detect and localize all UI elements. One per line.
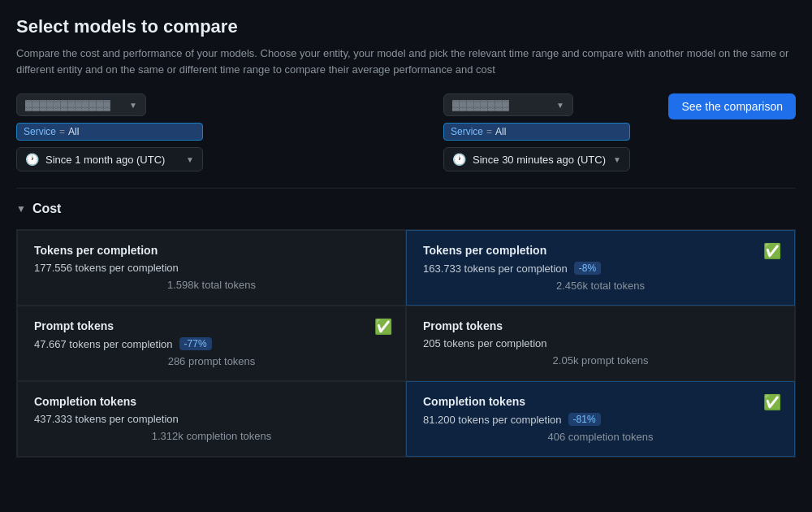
left-model-controls: ▓▓▓▓▓▓▓▓▓▓▓▓ ▼ Service = All 🕐 Since 1 m… [16,93,203,171]
left-model-dropdown-label: ▓▓▓▓▓▓▓▓▓▓▓▓ [25,99,110,111]
tokens-right-title: Tokens per completion [423,244,778,257]
section-divider [16,188,796,189]
prompt-left-primary: 47.667 tokens per completion -77% [34,337,389,350]
completion-right-checkmark-icon: ✅ [763,393,781,411]
cost-section-title: Cost [32,202,62,216]
completion-right-title: Completion tokens [423,395,778,408]
right-time-chevron-icon: ▼ [613,155,621,164]
completion-right-secondary: 406 completion tokens [423,431,778,443]
see-comparison-button[interactable]: See the comparison [668,93,796,119]
metrics-grid: Tokens per completion 177.556 tokens per… [16,229,796,458]
right-model-chevron-icon: ▼ [556,101,564,110]
left-time-chevron-icon: ▼ [186,155,194,164]
left-service-eq: = [59,126,65,137]
metric-cell-tokens-right: Tokens per completion 163.733 tokens per… [406,230,795,306]
controls-row: ▓▓▓▓▓▓▓▓▓▓▓▓ ▼ Service = All 🕐 Since 1 m… [16,93,796,171]
right-service-eq: = [486,126,492,137]
left-service-value: All [68,126,79,137]
right-service-label: Service [451,126,483,137]
tokens-right-checkmark-icon: ✅ [763,242,781,260]
right-service-badge: Service = All [443,123,630,141]
prompt-left-badge: -77% [179,337,212,350]
collapse-icon[interactable]: ▼ [16,203,26,215]
tokens-right-primary: 163.733 tokens per completion -8% [423,262,778,275]
left-service-badge: Service = All [16,123,203,141]
left-model-chevron-icon: ▼ [129,101,137,110]
page-title: Select models to compare [16,16,796,37]
left-clock-icon: 🕐 [25,153,39,166]
tokens-left-secondary: 1.598k total tokens [34,279,389,291]
right-model-dropdown-label: ▓▓▓▓▓▓▓▓ [452,99,509,111]
metric-cell-prompt-left: Prompt tokens 47.667 tokens per completi… [17,306,406,381]
metric-cell-prompt-right: Prompt tokens 205 tokens per completion … [406,306,795,381]
completion-right-badge: -81% [568,413,601,426]
metric-cell-tokens-left: Tokens per completion 177.556 tokens per… [17,230,406,306]
tokens-right-badge: -8% [574,262,601,275]
prompt-left-checkmark-icon: ✅ [374,318,392,336]
metric-cell-completion-left: Completion tokens 437.333 tokens per com… [17,381,406,457]
completion-left-secondary: 1.312k completion tokens [34,430,389,442]
right-clock-icon: 🕐 [452,153,466,166]
completion-right-primary: 81.200 tokens per completion -81% [423,413,778,426]
right-time-range-label: Since 30 minutes ago (UTC) [473,154,606,166]
left-service-label: Service [24,126,56,137]
cost-section-header: ▼ Cost [16,202,796,216]
prompt-left-title: Prompt tokens [34,319,389,332]
tokens-right-secondary: 2.456k total tokens [423,280,778,292]
metric-cell-completion-right: Completion tokens 81.200 tokens per comp… [406,381,795,457]
tokens-left-primary: 177.556 tokens per completion [34,262,389,274]
completion-left-title: Completion tokens [34,395,389,408]
prompt-right-secondary: 2.05k prompt tokens [423,354,778,367]
right-service-value: All [495,126,506,137]
left-model-dropdown[interactable]: ▓▓▓▓▓▓▓▓▓▓▓▓ ▼ [16,93,146,116]
tokens-left-title: Tokens per completion [34,244,389,257]
prompt-right-primary: 205 tokens per completion [423,337,778,349]
right-time-range-button[interactable]: 🕐 Since 30 minutes ago (UTC) ▼ [443,147,630,171]
completion-left-primary: 437.333 tokens per completion [34,413,389,425]
prompt-right-title: Prompt tokens [423,319,778,332]
prompt-left-secondary: 286 prompt tokens [34,355,389,367]
page-description: Compare the cost and performance of your… [16,46,796,77]
left-time-range-button[interactable]: 🕐 Since 1 month ago (UTC) ▼ [16,147,203,171]
left-time-range-label: Since 1 month ago (UTC) [45,154,165,166]
right-model-dropdown[interactable]: ▓▓▓▓▓▓▓▓ ▼ [443,93,573,116]
right-model-controls: ▓▓▓▓▓▓▓▓ ▼ Service = All 🕐 Since 30 minu… [443,93,630,171]
